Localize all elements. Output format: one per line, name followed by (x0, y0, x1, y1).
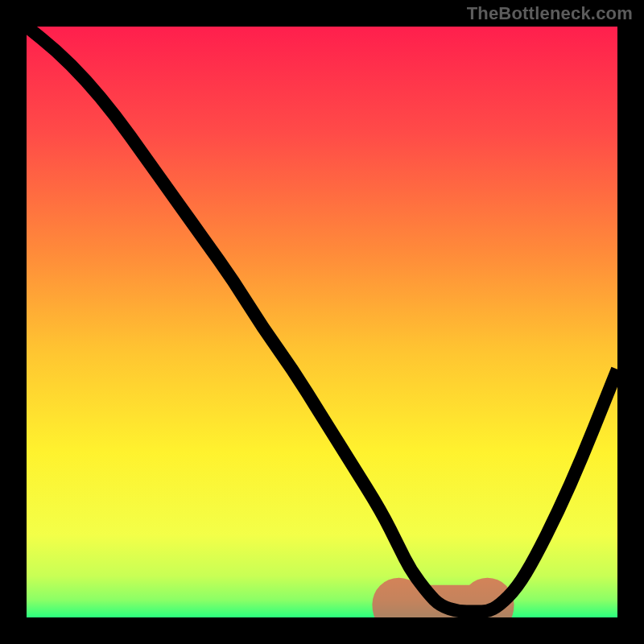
chart-frame: TheBottleneck.com (0, 0, 644, 644)
watermark-text: TheBottleneck.com (467, 3, 633, 24)
bottleneck-curve (27, 27, 617, 612)
curve-layer (27, 27, 617, 617)
plot-area (27, 27, 617, 617)
